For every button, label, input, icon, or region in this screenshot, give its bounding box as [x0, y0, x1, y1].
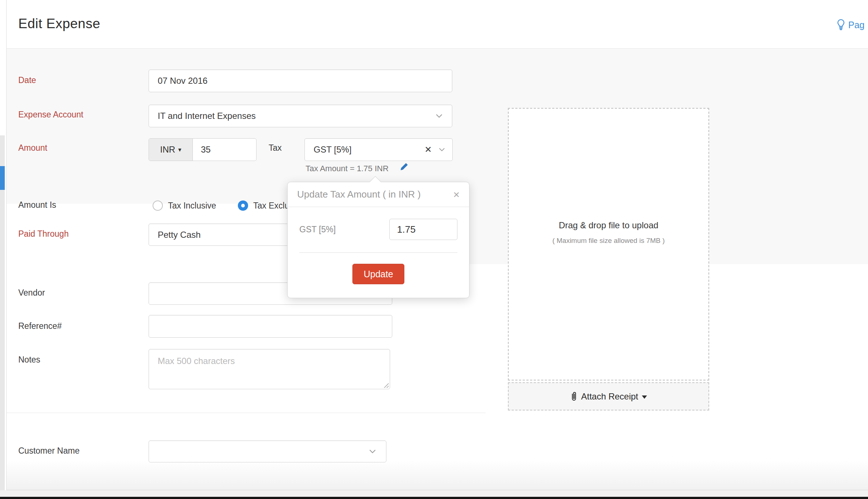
- popup-title: Update Tax Amount ( in INR ): [297, 189, 421, 200]
- update-button[interactable]: Update: [352, 264, 405, 284]
- tax-label: Tax: [269, 143, 282, 153]
- customer-name-label: Customer Name: [18, 446, 79, 456]
- tax-amount-note: Tax Amount = 1.75 INR: [306, 164, 389, 173]
- popup-tax-amount-value: 1.75: [397, 224, 416, 235]
- bottom-gray-band: [0, 490, 868, 497]
- update-tax-popup: Update Tax Amount ( in INR ) × GST [5%] …: [287, 182, 469, 298]
- section-divider: [7, 413, 486, 413]
- dropzone-title: Drag & drop file to upload: [509, 220, 708, 230]
- header-divider: [7, 48, 868, 49]
- left-rail-divider: [6, 0, 7, 499]
- date-label: Date: [18, 75, 36, 85]
- reference-label: Reference#: [18, 321, 62, 331]
- attach-receipt-label: Attach Receipt: [581, 391, 638, 402]
- clear-tax-icon[interactable]: ✕: [424, 145, 432, 154]
- radio-tax-exclusive[interactable]: [238, 200, 248, 211]
- file-dropzone[interactable]: Drag & drop file to upload ( Maximum fil…: [508, 108, 709, 380]
- attach-receipt-button[interactable]: Attach Receipt: [508, 382, 709, 410]
- expense-account-select[interactable]: IT and Internet Expenses: [149, 105, 452, 127]
- amount-input[interactable]: 35: [193, 139, 256, 161]
- page-tips-label: Pag: [848, 20, 864, 30]
- popup-divider: [299, 252, 457, 253]
- amount-value: 35: [201, 145, 211, 155]
- amount-group: INR ▾ 35: [149, 138, 257, 161]
- expense-account-label: Expense Account: [18, 110, 83, 120]
- currency-select[interactable]: INR ▾: [149, 139, 193, 161]
- dropzone-subtitle: ( Maximum file size allowed is 7MB ): [509, 237, 708, 245]
- sidebar-scroll-track[interactable]: [0, 135, 5, 499]
- caret-down-icon: [642, 395, 647, 399]
- expense-account-value: IT and Internet Expenses: [158, 111, 256, 121]
- paid-through-label: Paid Through: [18, 229, 69, 239]
- chevron-down-icon: [439, 148, 445, 151]
- reference-input[interactable]: [149, 315, 392, 338]
- popup-field-row: GST [5%] 1.75: [299, 219, 457, 240]
- chevron-down-icon: [369, 450, 376, 454]
- notes-placeholder: Max 500 characters: [158, 356, 235, 366]
- popup-tax-label: GST [5%]: [299, 225, 389, 235]
- paperclip-icon: [570, 391, 577, 402]
- radio-tax-inclusive[interactable]: [153, 200, 163, 211]
- page-title: Edit Expense: [18, 16, 100, 31]
- popup-tax-amount-input[interactable]: 1.75: [389, 219, 457, 240]
- chevron-down-icon: [436, 114, 442, 118]
- radio-tax-inclusive-label[interactable]: Tax Inclusive: [168, 201, 216, 211]
- amount-label: Amount: [18, 143, 47, 153]
- resize-handle[interactable]: [383, 382, 389, 388]
- tax-value: GST [5%]: [314, 145, 352, 155]
- edit-tax-amount-pencil-icon[interactable]: [399, 162, 409, 172]
- close-icon[interactable]: ×: [453, 189, 460, 200]
- tax-select[interactable]: GST [5%] ✕: [304, 138, 453, 161]
- sidebar-scroll-thumb[interactable]: [0, 166, 5, 190]
- notes-textarea[interactable]: Max 500 characters: [149, 349, 390, 389]
- bottom-fade: [7, 460, 868, 490]
- date-input[interactable]: 07 Nov 2016: [149, 70, 452, 92]
- popup-header: Update Tax Amount ( in INR ) ×: [288, 182, 469, 207]
- paid-through-value: Petty Cash: [158, 230, 201, 240]
- notes-label: Notes: [18, 355, 40, 365]
- date-value: 07 Nov 2016: [158, 76, 207, 86]
- bottom-dark-bar: [0, 497, 868, 499]
- lightbulb-icon: [837, 19, 845, 31]
- page-tips-link[interactable]: Pag: [837, 19, 864, 31]
- vendor-label: Vendor: [18, 288, 45, 298]
- currency-value: INR: [160, 145, 175, 155]
- caret-down-icon: ▾: [178, 147, 182, 153]
- customer-name-select[interactable]: [149, 440, 386, 462]
- amount-is-label: Amount Is: [18, 200, 56, 210]
